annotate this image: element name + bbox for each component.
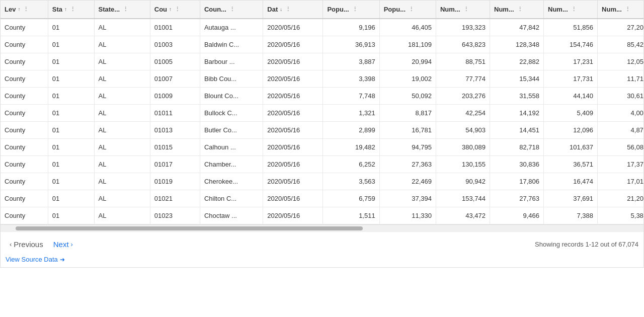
col-header-label-8: Num... [440, 6, 460, 13]
col-menu-icon-8[interactable]: ⋮ [463, 6, 469, 13]
cell-r2-c1: 01 [48, 53, 94, 70]
cell-r3-c9: 15,344 [490, 70, 544, 88]
cell-r3-c1: 01 [48, 70, 94, 88]
cell-r0-c9: 47,842 [490, 19, 544, 36]
col-header-0[interactable]: Lev↑⋮ [1, 1, 48, 19]
cell-r7-c3: 01015 [150, 139, 200, 156]
cell-r5-c9: 14,192 [490, 105, 544, 122]
cell-r11-c2: AL [94, 207, 150, 224]
cell-r5-c8: 42,254 [436, 105, 490, 122]
next-button[interactable]: Next › [49, 238, 77, 251]
cell-r7-c8: 380,089 [436, 139, 490, 156]
table-row: County01AL01015Calhoun ...2020/05/1619,4… [1, 139, 643, 156]
cell-r11-c9: 9,466 [490, 207, 544, 224]
col-menu-icon-10[interactable]: ⋮ [571, 6, 577, 13]
view-source-link[interactable]: View Source Data ➜ [6, 256, 65, 263]
col-menu-icon-7[interactable]: ⋮ [409, 6, 414, 13]
col-header-1[interactable]: Sta↑⋮ [48, 1, 94, 19]
col-header-11[interactable]: Num...⋮ [598, 1, 643, 19]
cell-r7-c11: 56,088 [598, 139, 643, 156]
cell-r3-c5: 2020/05/16 [263, 70, 323, 88]
cell-r10-c4: Chilton C... [200, 190, 263, 207]
col-header-9[interactable]: Num...⋮ [490, 1, 544, 19]
cell-r6-c9: 14,451 [490, 122, 544, 139]
col-header-8[interactable]: Num...⋮ [436, 1, 490, 19]
table-row: County01AL01003Baldwin C...2020/05/1636,… [1, 36, 643, 53]
table-row: County01AL01001Autauga ...2020/05/169,19… [1, 19, 643, 36]
cell-r9-c10: 16,474 [544, 173, 598, 190]
cell-r0-c8: 193,323 [436, 19, 490, 36]
cell-r1-c5: 2020/05/16 [263, 36, 323, 53]
cell-r7-c5: 2020/05/16 [263, 139, 323, 156]
horizontal-scrollbar[interactable] [1, 224, 643, 231]
sort-icon-3: ↑ [169, 7, 172, 12]
cell-r11-c8: 43,472 [436, 207, 490, 224]
col-menu-icon-9[interactable]: ⋮ [517, 6, 523, 13]
cell-r9-c8: 90,942 [436, 173, 490, 190]
col-header-7[interactable]: Popu...⋮ [379, 1, 436, 19]
cell-r5-c3: 01011 [150, 105, 200, 122]
cell-r6-c3: 01013 [150, 122, 200, 139]
cell-r11-c6: 1,511 [323, 207, 379, 224]
cell-r9-c11: 17,012 [598, 173, 643, 190]
col-menu-icon-4[interactable]: ⋮ [229, 6, 235, 13]
col-menu-icon-0[interactable]: ⋮ [23, 6, 29, 13]
cell-r2-c11: 12,052 [598, 53, 643, 70]
col-menu-icon-2[interactable]: ⋮ [123, 6, 128, 13]
cell-r5-c5: 2020/05/16 [263, 105, 323, 122]
cell-r8-c3: 01017 [150, 156, 200, 173]
col-header-10[interactable]: Num...⋮ [544, 1, 598, 19]
previous-button[interactable]: ‹ Previous [6, 238, 47, 251]
previous-label: Previous [14, 240, 43, 249]
cell-r5-c6: 1,321 [323, 105, 379, 122]
cell-r1-c3: 01003 [150, 36, 200, 53]
col-menu-icon-1[interactable]: ⋮ [70, 6, 75, 13]
table-scroll-area[interactable]: Lev↑⋮Sta↑⋮State...⋮Cou↑⋮Coun...⋮Dat↓⋮Pop… [1, 1, 643, 224]
cell-r4-c11: 30,612 [598, 88, 643, 105]
cell-r8-c11: 17,373 [598, 156, 643, 173]
cell-r5-c0: County [1, 105, 48, 122]
cell-r1-c4: Baldwin C... [200, 36, 263, 53]
cell-r10-c11: 21,207 [598, 190, 643, 207]
col-header-4[interactable]: Coun...⋮ [200, 1, 263, 19]
cell-r5-c10: 5,409 [544, 105, 598, 122]
cell-r10-c9: 27,763 [490, 190, 544, 207]
cell-r6-c5: 2020/05/16 [263, 122, 323, 139]
cell-r9-c7: 22,469 [379, 173, 436, 190]
col-menu-icon-6[interactable]: ⋮ [352, 6, 358, 13]
sort-icon-5: ↓ [280, 7, 282, 12]
cell-r9-c9: 17,806 [490, 173, 544, 190]
cell-r4-c5: 2020/05/16 [263, 88, 323, 105]
col-header-label-0: Lev [5, 6, 16, 13]
cell-r8-c4: Chamber... [200, 156, 263, 173]
col-header-label-5: Dat [267, 6, 278, 13]
cell-r2-c10: 17,231 [544, 53, 598, 70]
cell-r4-c4: Blount Co... [200, 88, 263, 105]
cell-r10-c6: 6,759 [323, 190, 379, 207]
col-header-6[interactable]: Popu...⋮ [323, 1, 379, 19]
cell-r0-c6: 9,196 [323, 19, 379, 36]
sort-icon-1: ↑ [64, 7, 67, 12]
arrow-right-icon: ➜ [60, 256, 65, 263]
col-header-3[interactable]: Cou↑⋮ [150, 1, 200, 19]
cell-r4-c7: 50,092 [379, 88, 436, 105]
table-body: County01AL01001Autauga ...2020/05/169,19… [1, 19, 643, 224]
cell-r10-c2: AL [94, 190, 150, 207]
cell-r6-c11: 4,873 [598, 122, 643, 139]
table-row: County01AL01019Cherokee...2020/05/163,56… [1, 173, 643, 190]
cell-r0-c5: 2020/05/16 [263, 19, 323, 36]
col-menu-icon-5[interactable]: ⋮ [285, 6, 291, 13]
col-menu-icon-3[interactable]: ⋮ [175, 6, 180, 13]
next-label: Next [53, 240, 69, 249]
cell-r2-c0: County [1, 53, 48, 70]
col-header-2[interactable]: State...⋮ [94, 1, 150, 19]
cell-r6-c4: Butler Co... [200, 122, 263, 139]
col-menu-icon-11[interactable]: ⋮ [625, 6, 630, 13]
col-header-5[interactable]: Dat↓⋮ [263, 1, 323, 19]
cell-r7-c7: 94,795 [379, 139, 436, 156]
cell-r4-c1: 01 [48, 88, 94, 105]
cell-r5-c2: AL [94, 105, 150, 122]
cell-r8-c6: 6,252 [323, 156, 379, 173]
cell-r3-c0: County [1, 70, 48, 88]
cell-r8-c5: 2020/05/16 [263, 156, 323, 173]
